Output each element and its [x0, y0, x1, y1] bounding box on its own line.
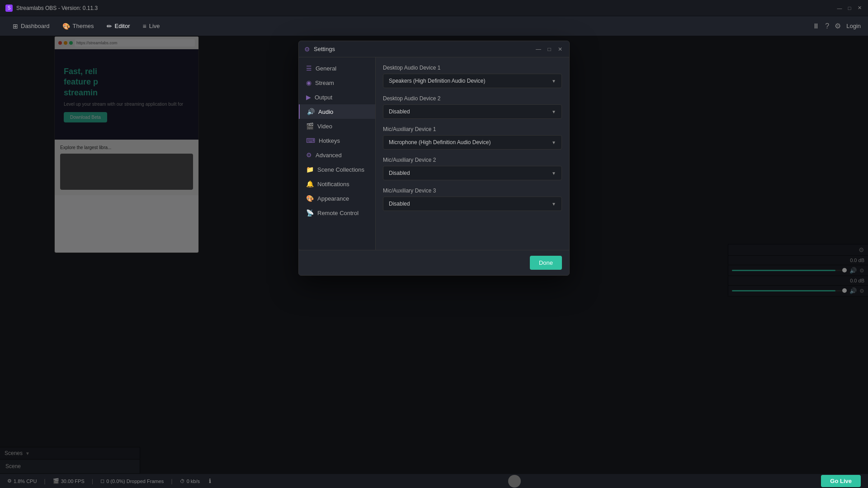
status-dropped-frames: ◻ 0 (0.0%) Dropped Frames [100, 478, 164, 484]
settings-nav-notifications[interactable]: 🔔 Notifications [299, 177, 375, 191]
nav-editor-label: Editor [115, 23, 130, 29]
settings-nav-video[interactable]: 🎬 Video [299, 119, 375, 133]
desktop-audio-1-field: Desktop Audio Device 1 Speakers (High De… [383, 65, 562, 88]
settings-nav-appearance[interactable]: 🎨 Appearance [299, 191, 375, 206]
settings-dialog-icon: ⚙ [304, 46, 310, 53]
dialog-minimize-button[interactable]: — [535, 46, 542, 53]
nav-dashboard[interactable]: ⊞ Dashboard [7, 20, 55, 33]
live-icon: ≡ [143, 23, 146, 30]
close-button[interactable]: ✕ [856, 5, 863, 11]
appearance-icon: 🎨 [306, 195, 314, 202]
select-caret-2: ▼ [552, 109, 556, 114]
fps-icon: 🎬 [53, 478, 59, 484]
help-icon[interactable]: ? [825, 22, 829, 30]
settings-icon[interactable]: ⚙ [835, 22, 841, 30]
status-cpu: ⚙ 1.8% CPU [7, 478, 37, 484]
settings-nav-scene-collections[interactable]: 📁 Scene Collections [299, 162, 375, 177]
toggle-icon[interactable]: ⏸ [812, 22, 820, 30]
mic-aux-2-select[interactable]: Disabled ▼ [383, 166, 562, 180]
top-nav: ⊞ Dashboard 🎨 Themes ✏ Editor ≡ Live ⏸ ?… [0, 16, 868, 36]
status-fps: 🎬 30.00 FPS [53, 478, 85, 484]
notifications-icon: 🔔 [306, 180, 314, 188]
desktop-audio-2-select[interactable]: Disabled ▼ [383, 104, 562, 119]
status-sep2: | [92, 478, 93, 484]
output-icon: ▶ [306, 94, 311, 101]
settings-nav-stream[interactable]: ◉ Stream [299, 75, 375, 90]
nav-themes[interactable]: 🎨 Themes [57, 20, 99, 33]
settings-sidebar: ☰ General ◉ Stream ▶ Output 🔊 Audio [299, 57, 376, 250]
remote-control-icon: 📡 [306, 209, 314, 216]
mic-aux-1-select[interactable]: Microphone (High Definition Audio Device… [383, 135, 562, 150]
title-bar: S Streamlabs OBS - Version: 0.11.3 — □ ✕ [0, 0, 868, 16]
dialog-close-button[interactable]: ✕ [557, 46, 564, 53]
nav-right: ⏸ ? ⚙ Login [812, 22, 861, 30]
editor-icon: ✏ [107, 23, 112, 30]
audio-icon: 🔊 [307, 108, 315, 115]
status-sep3: | [171, 478, 172, 484]
mic-aux-3-label: Mic/Auxiliary Device 3 [383, 188, 562, 194]
network-icon: ⏱ [180, 479, 185, 484]
desktop-audio-2-field: Desktop Audio Device 2 Disabled ▼ [383, 95, 562, 119]
app-title: Streamlabs OBS - Version: 0.11.3 [16, 5, 98, 11]
settings-nav-audio[interactable]: 🔊 Audio [299, 104, 375, 119]
advanced-icon: ⚙ [306, 151, 312, 159]
hotkeys-icon: ⌨ [306, 137, 315, 144]
app-icon: S [5, 5, 13, 12]
window-controls: — □ ✕ [836, 5, 863, 11]
settings-dialog-title: Settings [314, 46, 531, 52]
frames-icon: ◻ [100, 478, 104, 484]
dialog-maximize-button[interactable]: □ [546, 46, 553, 53]
dialog-body: ☰ General ◉ Stream ▶ Output 🔊 Audio [299, 57, 569, 250]
select-caret-4: ▼ [552, 171, 556, 176]
desktop-audio-1-label: Desktop Audio Device 1 [383, 65, 562, 71]
dialog-overlay: ⚙ Settings — □ ✕ ☰ General ◉ Stream [0, 36, 868, 474]
cpu-icon: ⚙ [7, 478, 12, 484]
dialog-titlebar: ⚙ Settings — □ ✕ [299, 41, 569, 57]
title-bar-left: S Streamlabs OBS - Version: 0.11.3 [5, 5, 98, 12]
minimize-button[interactable]: — [836, 5, 843, 11]
select-caret-3: ▼ [552, 140, 556, 145]
mic-aux-3-field: Mic/Auxiliary Device 3 Disabled ▼ [383, 188, 562, 211]
nav-live[interactable]: ≡ Live [137, 20, 165, 33]
desktop-audio-1-select[interactable]: Speakers (High Definition Audio Device) … [383, 74, 562, 88]
scene-collections-icon: 📁 [306, 166, 314, 173]
settings-content-audio: Desktop Audio Device 1 Speakers (High De… [376, 57, 569, 250]
settings-nav-remote-control[interactable]: 📡 Remote Control [299, 206, 375, 220]
desktop-audio-2-label: Desktop Audio Device 2 [383, 95, 562, 102]
settings-nav-hotkeys[interactable]: ⌨ Hotkeys [299, 133, 375, 148]
select-caret-5: ▼ [552, 202, 556, 206]
mic-aux-1-field: Mic/Auxiliary Device 1 Microphone (High … [383, 126, 562, 150]
done-button[interactable]: Done [530, 256, 562, 270]
status-sep1: | [44, 478, 45, 484]
status-bar: ⚙ 1.8% CPU | 🎬 30.00 FPS | ◻ 0 (0.0%) Dr… [0, 474, 868, 488]
user-avatar [508, 475, 521, 488]
select-caret-1: ▼ [552, 79, 556, 84]
mic-aux-2-field: Mic/Auxiliary Device 2 Disabled ▼ [383, 157, 562, 180]
info-icon[interactable]: ℹ [209, 478, 211, 484]
maximize-button[interactable]: □ [846, 5, 853, 11]
general-icon: ☰ [306, 65, 312, 72]
mic-aux-3-select[interactable]: Disabled ▼ [383, 197, 562, 211]
settings-dialog: ⚙ Settings — □ ✕ ☰ General ◉ Stream [298, 41, 570, 276]
video-icon: 🎬 [306, 122, 314, 130]
nav-themes-label: Themes [73, 23, 94, 29]
nav-dashboard-label: Dashboard [21, 23, 50, 29]
stream-icon: ◉ [306, 79, 311, 86]
themes-icon: 🎨 [62, 23, 70, 30]
login-button[interactable]: Login [846, 23, 861, 29]
settings-nav-advanced[interactable]: ⚙ Advanced [299, 148, 375, 162]
dashboard-icon: ⊞ [13, 23, 18, 30]
nav-editor[interactable]: ✏ Editor [101, 20, 136, 33]
go-live-button[interactable]: Go Live [821, 475, 861, 487]
status-network: ⏱ 0 kb/s [180, 479, 200, 484]
main-area: https://streamlabs.com Fast, reli featur… [0, 36, 868, 474]
nav-live-label: Live [149, 23, 160, 29]
settings-nav-output[interactable]: ▶ Output [299, 90, 375, 104]
dialog-footer: Done [299, 250, 569, 275]
mic-aux-2-label: Mic/Auxiliary Device 2 [383, 157, 562, 163]
mic-aux-1-label: Mic/Auxiliary Device 1 [383, 126, 562, 132]
settings-nav-general[interactable]: ☰ General [299, 61, 375, 75]
